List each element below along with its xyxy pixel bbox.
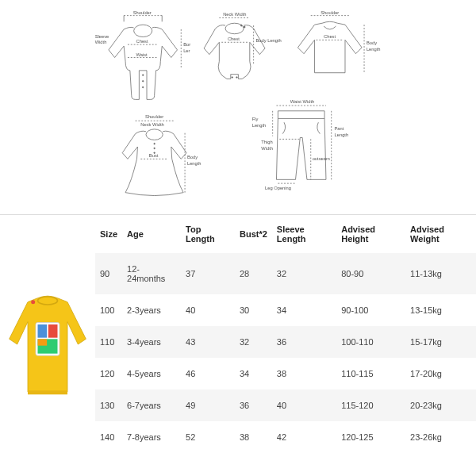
cell-size: 140 [95,421,122,453]
svg-point-3 [134,25,152,36]
table-row: 1002-3years40303490-10013-15kg [95,294,476,326]
cell-advised_weight: 23-26kg [405,421,476,453]
cell-advised_weight: 11-13kg [405,253,476,294]
table-row: 1407-8years523842120-12523-26kg [95,421,476,453]
cell-size: 110 [95,326,122,358]
cell-age: 12-24months [122,253,181,294]
table-row: 1103-4years433236100-11015-17kg [95,326,476,358]
cell-advised_height: 90-100 [336,294,405,326]
cell-sleeve_length: 32 [272,253,336,294]
label-chest-2: Chest [228,36,240,41]
svg-text:Length: Length [252,123,267,128]
svg-text:Ler: Ler [183,48,190,53]
table-row: 1306-7years493640115-12020-23kg [95,390,476,421]
cell-age: 3-4years [122,326,181,358]
svg-text:Length: Length [335,132,349,137]
svg-text:Width: Width [261,146,273,151]
label-neck-width: Neck Width [223,12,246,17]
cell-bust2: 32 [235,326,272,358]
svg-rect-49 [38,324,48,338]
svg-point-10 [142,75,144,76]
label-waist-width: Waist Width [290,99,314,104]
svg-text:Width: Width [95,40,107,44]
cell-sleeve_length: 40 [272,390,336,421]
cell-top_length: 40 [181,294,235,326]
cell-sleeve_length: 38 [272,358,336,390]
table-row: 9012-24months37283280-9011-13kg [95,253,476,294]
label-sleeve-width: Sleeve [95,34,109,39]
cell-top_length: 52 [181,421,235,453]
svg-point-27 [146,129,163,140]
label-body-length: Body Length [256,38,282,43]
cell-top_length: 37 [181,253,235,294]
header-advised-height: Advised Height [336,215,405,253]
label-outseam: outseam [313,156,330,161]
svg-text:Body: Body [367,40,377,45]
cell-advised_weight: 17-20kg [405,358,476,390]
product-image [0,215,95,476]
svg-text:Fly: Fly [252,117,259,121]
svg-point-16 [244,26,245,28]
cell-sleeve_length: 42 [272,421,336,453]
cell-bust2: 36 [235,390,272,421]
svg-text:Length: Length [187,161,202,166]
cell-size: 100 [95,294,122,326]
header-sleeve-length: Sleeve Length [272,215,336,253]
svg-text:Length: Length [367,47,381,52]
cell-age: 6-7years [122,390,181,421]
cell-advised_height: 80-90 [336,253,405,294]
cell-advised_weight: 15-17kg [405,326,476,358]
cell-bust2: 30 [235,294,272,326]
cell-bust2: 34 [235,358,272,390]
cell-size: 90 [95,253,122,294]
cell-advised_height: 115-120 [336,390,405,421]
header-age: Age [122,215,181,253]
cell-age: 2-3years [122,294,181,326]
label-chest: Chest [136,39,148,44]
cell-top_length: 46 [181,358,235,390]
cell-top_length: 49 [181,390,235,421]
header-top-length: Top Length [181,215,235,253]
table-header-row: Size Age Top Length Bust*2 Sleeve Length… [95,215,476,253]
svg-point-11 [142,81,144,83]
cell-advised_weight: 13-15kg [405,294,476,326]
svg-point-12 [142,86,144,88]
svg-point-28 [154,143,155,144]
svg-rect-52 [38,339,48,345]
svg-point-53 [31,300,35,304]
cell-top_length: 43 [181,326,235,358]
svg-text:Thigh: Thigh [261,140,272,144]
label-shoulder-2: Shoulder [321,10,339,15]
cell-sleeve_length: 34 [272,294,336,326]
svg-text:Bor: Bor [183,42,190,47]
label-neck-width-2: Neck Width [140,122,163,127]
header-bust2: Bust*2 [235,215,272,253]
label-chest-3: Chest [324,34,336,39]
header-size: Size [95,215,122,253]
svg-point-29 [154,148,155,149]
svg-text:Body: Body [187,155,198,159]
table-row: 1204-5years463438110-11517-20kg [95,358,476,390]
cell-bust2: 28 [235,253,272,294]
cell-advised_height: 110-115 [336,358,405,390]
svg-point-19 [232,77,233,79]
cell-age: 7-8years [122,421,181,453]
svg-text:Pant: Pant [335,126,344,131]
cell-sleeve_length: 36 [272,326,336,358]
cell-size: 130 [95,390,122,421]
label-bust: Bust [149,153,159,158]
label-shoulder-3: Shoulder [145,114,163,119]
cell-age: 4-5years [122,358,181,390]
cell-advised_weight: 20-23kg [405,390,476,421]
header-advised-weight: Advised Weight [405,215,476,253]
svg-point-20 [236,77,238,79]
svg-rect-50 [48,324,58,338]
svg-point-15 [240,25,242,26]
cell-bust2: 38 [235,421,272,453]
label-waist: Waist [136,52,148,57]
cell-size: 120 [95,358,122,390]
cell-advised_height: 120-125 [336,421,405,453]
label-leg-opening: Leg Opening [265,186,291,190]
label-shoulder: Shoulder [133,10,152,15]
measurement-diagrams: Shoulder Chest Waist SleeveWidth BorLer … [0,0,476,214]
